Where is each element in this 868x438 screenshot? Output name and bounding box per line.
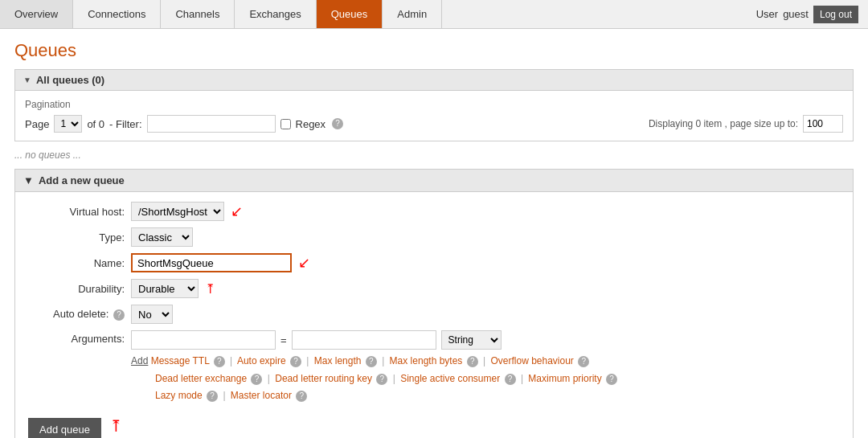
- arg-link-max-length-bytes[interactable]: Max length bytes: [390, 355, 463, 366]
- master-locator-help[interactable]: ?: [296, 391, 307, 402]
- arg-link-master-locator[interactable]: Master locator: [231, 390, 292, 401]
- message-ttl-help[interactable]: ?: [214, 356, 225, 367]
- pagination-label: Pagination: [25, 99, 843, 110]
- name-label: Name:: [28, 257, 125, 269]
- page-title: Queues: [14, 40, 854, 61]
- name-row: Name: ↙: [28, 253, 840, 272]
- arg-link-lazy-mode[interactable]: Lazy mode: [155, 390, 203, 401]
- max-length-bytes-help[interactable]: ?: [467, 356, 478, 367]
- auto-expire-help[interactable]: ?: [290, 356, 301, 367]
- no-queues-text: ... no queues ...: [14, 149, 854, 161]
- nav-tab-overview[interactable]: Overview: [0, 0, 73, 28]
- all-queues-section-header[interactable]: ▼ All queues (0): [14, 69, 854, 91]
- arg-link-auto-expire[interactable]: Auto expire: [237, 355, 286, 366]
- arguments-inputs: = String Number Boolean Add Message TTL …: [131, 330, 617, 405]
- arguments-row: Arguments: = String Number Boolean: [28, 330, 840, 405]
- page-select[interactable]: 1: [54, 115, 82, 133]
- user-label: User: [756, 8, 778, 20]
- arg-type-select[interactable]: String Number Boolean: [441, 330, 502, 350]
- arg-val-input[interactable]: [292, 330, 436, 350]
- nav-tab-admin[interactable]: Admin: [383, 0, 442, 28]
- arg-links: Add Message TTL ? | Auto expire ? | Max …: [131, 353, 617, 405]
- durability-row: Durability: Durable Transient ⤒: [28, 279, 840, 298]
- of-label: of 0: [87, 118, 104, 130]
- nav-tab-queues[interactable]: Queues: [317, 0, 383, 28]
- overflow-behaviour-help[interactable]: ?: [578, 356, 589, 367]
- add-queue-body: Virtual host: /ShortMsgHost / ↙ Type: Cl…: [15, 192, 853, 438]
- arg-link-single-active-consumer[interactable]: Single active consumer: [400, 373, 500, 384]
- add-queue-header-label: Add a new queue: [39, 174, 125, 186]
- add-queue-section: ▼ Add a new queue Virtual host: /ShortMs…: [14, 169, 854, 438]
- regex-label: Regex: [296, 118, 326, 130]
- top-navigation: Overview Connections Channels Exchanges …: [0, 0, 868, 29]
- add-queue-arrow: ⤒: [109, 416, 123, 436]
- virtual-host-select[interactable]: /ShortMsgHost /: [131, 202, 224, 221]
- pagination-right: Displaying 0 item , page size up to:: [649, 115, 843, 133]
- single-active-consumer-help[interactable]: ?: [505, 374, 516, 385]
- auto-delete-help-icon[interactable]: ?: [113, 309, 125, 321]
- add-queue-button[interactable]: Add queue: [28, 418, 101, 438]
- collapse-triangle: ▼: [23, 76, 31, 84]
- durability-select[interactable]: Durable Transient: [131, 279, 199, 298]
- auto-delete-label: Auto delete: ?: [28, 308, 125, 321]
- page-label: Page: [25, 118, 49, 130]
- arg-link-dead-letter-exchange[interactable]: Dead letter exchange: [155, 373, 247, 384]
- nav-tab-connections[interactable]: Connections: [73, 0, 161, 28]
- max-length-help[interactable]: ?: [366, 356, 377, 367]
- displaying-label: Displaying 0 item , page size up to:: [649, 118, 798, 129]
- arg-input-row: = String Number Boolean: [131, 330, 617, 350]
- add-queue-header[interactable]: ▼ Add a new queue: [15, 170, 853, 192]
- dead-letter-exchange-help[interactable]: ?: [251, 374, 262, 385]
- arg-link-max-length[interactable]: Max length: [314, 355, 362, 366]
- virtual-host-label: Virtual host:: [28, 206, 125, 218]
- arg-key-input[interactable]: [131, 330, 276, 350]
- username: guest: [783, 8, 809, 20]
- lazy-mode-help[interactable]: ?: [207, 391, 218, 402]
- name-arrow: ↙: [298, 254, 310, 272]
- page-size-input[interactable]: [803, 115, 843, 133]
- name-input[interactable]: [131, 253, 292, 272]
- add-queue-btn-row: Add queue ⤒: [28, 411, 840, 438]
- durability-checkmark: ⤒: [205, 281, 215, 297]
- user-area: User guest Log out: [756, 6, 868, 23]
- nav-tab-exchanges[interactable]: Exchanges: [235, 0, 316, 28]
- arg-equals: =: [280, 334, 287, 346]
- auto-delete-row: Auto delete: ? No Yes: [28, 305, 840, 324]
- maximum-priority-help[interactable]: ?: [606, 374, 617, 385]
- arg-link-overflow-behaviour[interactable]: Overflow behaviour: [490, 355, 573, 366]
- type-row: Type: Classic Quorum: [28, 227, 840, 247]
- add-arg-button[interactable]: Add: [131, 355, 148, 366]
- arguments-label: Arguments:: [28, 330, 125, 345]
- regex-checkbox[interactable]: [280, 119, 291, 129]
- nav-tabs: Overview Connections Channels Exchanges …: [0, 0, 442, 28]
- pagination-section: Pagination Page 1 of 0 - Filter: Regex ?…: [14, 91, 854, 141]
- page-content: Queues ▼ All queues (0) Pagination Page …: [0, 29, 868, 438]
- type-label: Type:: [28, 231, 125, 244]
- pagination-left: Page 1 of 0 - Filter: Regex ?: [25, 115, 343, 133]
- logout-button[interactable]: Log out: [813, 6, 858, 23]
- arg-link-dead-letter-routing-key[interactable]: Dead letter routing key: [275, 373, 372, 384]
- nav-tab-channels[interactable]: Channels: [161, 0, 235, 28]
- type-select[interactable]: Classic Quorum: [131, 227, 193, 247]
- durability-label: Durability:: [28, 283, 125, 295]
- all-queues-header-label: All queues (0): [36, 74, 104, 86]
- arg-link-message-ttl[interactable]: Message TTL: [151, 355, 210, 366]
- add-queue-triangle: ▼: [23, 174, 34, 186]
- auto-delete-select[interactable]: No Yes: [131, 305, 173, 324]
- filter-label: - Filter:: [109, 118, 141, 130]
- dead-letter-routing-key-help[interactable]: ?: [376, 374, 387, 385]
- virtual-host-arrow: ↙: [231, 203, 243, 220]
- pagination-controls: Page 1 of 0 - Filter: Regex ? Displaying…: [25, 115, 843, 133]
- regex-help-icon[interactable]: ?: [332, 118, 343, 129]
- virtual-host-row: Virtual host: /ShortMsgHost / ↙: [28, 202, 840, 221]
- filter-input[interactable]: [147, 115, 276, 133]
- arg-link-maximum-priority[interactable]: Maximum priority: [528, 373, 601, 384]
